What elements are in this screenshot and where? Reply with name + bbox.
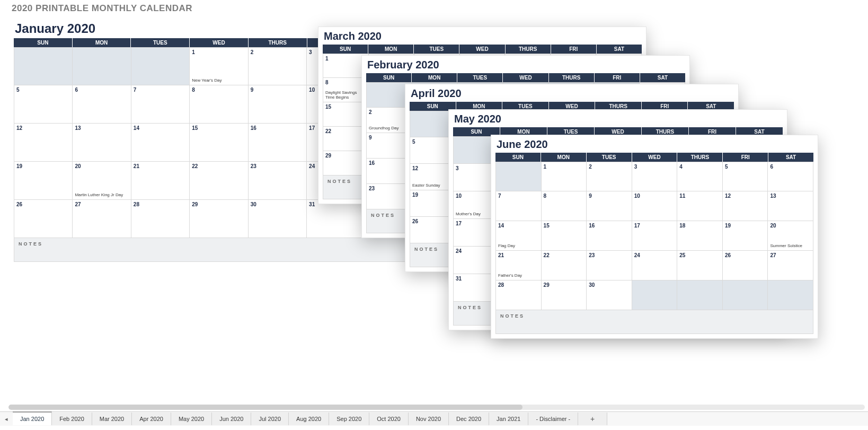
sheet-tab[interactable]: Mar 2020 — [92, 413, 132, 425]
day-cell[interactable]: 15 — [542, 221, 587, 251]
day-cell[interactable]: 14Flag Day — [495, 221, 542, 251]
day-cell[interactable]: 22 — [190, 162, 248, 200]
day-cell[interactable]: 1New Year's Day — [190, 47, 248, 85]
day-number: 31 — [309, 201, 315, 207]
sheet-tab[interactable]: May 2020 — [171, 413, 212, 425]
day-cell[interactable] — [73, 47, 131, 85]
calendar-title: March 2020 — [324, 30, 642, 42]
weekday-cell: THURS — [249, 38, 307, 47]
calendar-title: February 2020 — [367, 59, 685, 71]
day-number: 12 — [16, 125, 22, 131]
tab-nav-prev[interactable]: ◂ — [0, 416, 13, 423]
day-cell[interactable] — [768, 280, 813, 310]
day-cell[interactable] — [632, 280, 678, 310]
sheet-tab[interactable]: Dec 2020 — [449, 413, 489, 425]
day-cell[interactable]: 12 — [14, 124, 73, 162]
add-sheet-button[interactable]: + — [578, 413, 607, 425]
day-number: 3 — [634, 164, 637, 170]
day-cell[interactable] — [14, 47, 73, 85]
day-cell[interactable]: 19 — [14, 162, 73, 200]
day-cell[interactable]: 21Father's Day — [495, 251, 542, 280]
day-cell[interactable]: 23 — [249, 162, 307, 200]
day-cell[interactable]: 2 — [587, 162, 632, 191]
day-cell[interactable]: 30 — [249, 200, 307, 238]
day-cell[interactable]: 8 — [190, 85, 248, 124]
day-cell[interactable]: 12 — [723, 191, 768, 221]
weekday-cell: SUN — [323, 45, 368, 54]
day-cell[interactable]: 26 — [14, 200, 73, 238]
notes-section[interactable]: NOTES — [14, 238, 424, 262]
day-number: 3 — [309, 49, 312, 55]
day-cell[interactable]: 13 — [768, 191, 813, 221]
day-cell[interactable]: 14 — [131, 124, 190, 162]
scrollbar-thumb[interactable] — [8, 405, 522, 410]
day-cell[interactable]: 8 — [542, 191, 587, 221]
day-cell[interactable]: 20Martin Luther King Jr Day — [73, 162, 131, 200]
day-cell[interactable]: 23 — [587, 251, 632, 280]
day-cell[interactable]: 5 — [723, 162, 768, 191]
day-cell[interactable]: 17 — [632, 221, 678, 251]
day-cell[interactable]: 21 — [131, 162, 190, 200]
day-number: 1 — [192, 49, 195, 55]
day-cell[interactable]: 6 — [768, 162, 813, 191]
day-event: Martin Luther King Jr Day — [75, 193, 128, 198]
day-cell[interactable]: 28 — [131, 200, 190, 238]
day-cell[interactable]: 27 — [73, 200, 131, 238]
sheet-tab[interactable]: Jan 2021 — [489, 413, 528, 425]
sheet-tab[interactable]: Apr 2020 — [132, 413, 171, 425]
day-cell[interactable]: 2 — [249, 47, 307, 85]
day-cell[interactable]: 20Summer Solstice — [768, 221, 813, 251]
day-cell[interactable] — [131, 47, 190, 85]
day-cell[interactable]: 29 — [190, 200, 248, 238]
day-cell[interactable] — [495, 162, 542, 191]
sheet-tab[interactable]: Jul 2020 — [251, 413, 289, 425]
day-cell[interactable]: 3 — [632, 162, 678, 191]
weekday-cell: FRI — [595, 73, 640, 82]
sheet-tab[interactable]: Sep 2020 — [329, 413, 369, 425]
day-cell[interactable]: 6 — [73, 85, 131, 124]
day-number: 15 — [544, 223, 550, 229]
horizontal-scrollbar[interactable] — [8, 405, 865, 410]
day-cell[interactable]: 11 — [677, 191, 723, 221]
sheet-tab[interactable]: Feb 2020 — [52, 413, 92, 425]
sheet-tab[interactable]: Jan 2020 — [13, 411, 52, 425]
day-cell[interactable]: 28 — [495, 280, 542, 310]
day-cell[interactable]: 31 — [307, 200, 365, 238]
calendar-row: 282930 — [495, 280, 813, 310]
day-cell[interactable]: 7 — [495, 191, 542, 221]
day-cell[interactable] — [677, 280, 723, 310]
day-cell[interactable]: 1 — [542, 162, 587, 191]
sheet-tab[interactable]: - Disclaimer - — [528, 413, 578, 425]
day-cell[interactable]: 7 — [131, 85, 190, 124]
weekday-cell: SUN — [14, 38, 73, 47]
calendar-row: 14Flag Day151617181920Summer Solstice — [495, 221, 813, 251]
notes-section[interactable]: NOTES — [495, 310, 813, 334]
day-cell[interactable]: 4 — [677, 162, 723, 191]
day-cell[interactable]: 19 — [723, 221, 768, 251]
day-cell[interactable]: 9 — [249, 85, 307, 124]
day-cell[interactable]: 26 — [723, 251, 768, 280]
sheet-tab[interactable]: Aug 2020 — [289, 413, 329, 425]
sheet-tab[interactable]: Nov 2020 — [409, 413, 449, 425]
day-cell[interactable]: 16 — [587, 221, 632, 251]
day-cell[interactable]: 18 — [677, 221, 723, 251]
day-cell[interactable]: 13 — [73, 124, 131, 162]
day-cell[interactable]: 27 — [768, 251, 813, 280]
day-cell[interactable]: 30 — [587, 280, 632, 310]
day-cell[interactable]: 25 — [677, 251, 723, 280]
day-cell[interactable]: 5 — [14, 85, 73, 124]
day-cell[interactable]: 22 — [542, 251, 587, 280]
day-cell[interactable] — [723, 280, 768, 310]
day-cell[interactable]: 29 — [542, 280, 587, 310]
day-cell[interactable]: 9 — [587, 191, 632, 221]
day-cell[interactable]: 16 — [249, 124, 307, 162]
day-cell[interactable]: 10 — [632, 191, 678, 221]
sheet-tab[interactable]: Oct 2020 — [369, 413, 409, 425]
day-number: 2 — [369, 109, 372, 115]
day-cell[interactable]: 24 — [632, 251, 678, 280]
day-number: 9 — [369, 135, 372, 141]
day-cell[interactable]: 15 — [190, 124, 248, 162]
day-number: 7 — [498, 193, 501, 199]
sheet-tab[interactable]: Jun 2020 — [212, 413, 251, 425]
day-number: 30 — [589, 282, 595, 288]
